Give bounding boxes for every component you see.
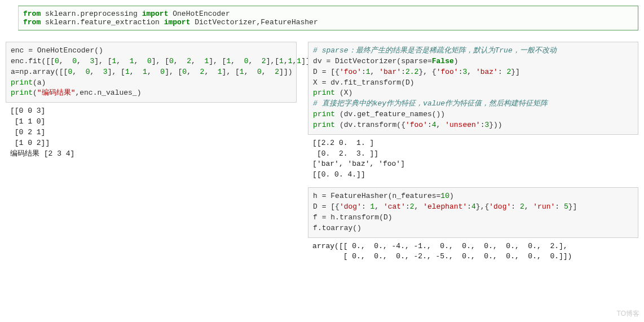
main-columns: enc = OneHotEncoder()enc.fit([[0, 0, 3],… (6, 42, 638, 269)
import-line-2: from sklearn.feature_extraction import D… (23, 18, 633, 27)
import-line-1: from sklearn.preprocessing import OneHot… (23, 10, 633, 18)
dictvectorizer-output: [[2.2 0. 1. ] [0. 2. 3. ]] ['bar', 'baz'… (308, 137, 638, 182)
right-column: # sparse：最终产生的结果是否是稀疏化矩阵，默认为True，一般不改动dv… (308, 42, 638, 269)
import-block: : from sklearn.preprocessing import OneH… (18, 6, 638, 30)
left-column: enc = OneHotEncoder()enc.fit([[0, 0, 3],… (6, 42, 297, 166)
onehot-output: [[0 0 3] [1 1 0] [0 2 1] [1 0 2]] 编码结果 [… (6, 105, 297, 160)
import-code: from sklearn.preprocessing import OneHot… (18, 6, 638, 30)
dictvectorizer-code: # sparse：最终产生的结果是否是稀疏化矩阵，默认为True，一般不改动dv… (308, 42, 638, 135)
featurehasher-output: array([[ 0., 0., -4., -1., 0., 0., 0., 0… (308, 240, 638, 264)
onehot-code: enc = OneHotEncoder()enc.fit([[0, 0, 3],… (6, 42, 297, 103)
featurehasher-code: h = FeatureHasher(n_features=10)D = [{'d… (308, 187, 638, 237)
